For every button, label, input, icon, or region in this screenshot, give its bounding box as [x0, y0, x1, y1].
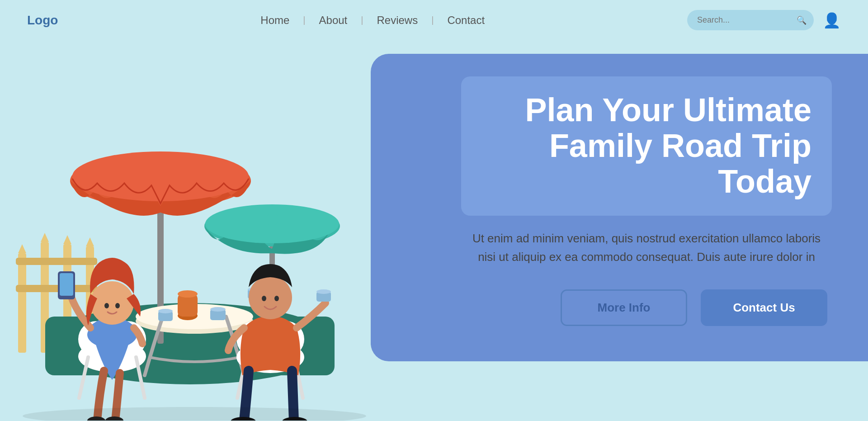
user-icon[interactable]: 👤	[823, 12, 841, 29]
nav-links: Home | About | Reviews | Contact	[247, 14, 498, 27]
svg-point-15	[152, 161, 169, 178]
contact-us-button[interactable]: Contact Us	[701, 289, 827, 326]
hero-buttons: More Info Contact Us	[461, 289, 832, 326]
svg-point-53	[274, 296, 279, 301]
hero-content: Plan Your Ultimate Family Road Trip Toda…	[461, 76, 832, 326]
svg-point-50	[316, 289, 331, 294]
svg-rect-43	[60, 273, 73, 296]
svg-point-19	[266, 213, 278, 226]
svg-point-46	[115, 303, 120, 308]
svg-point-45	[104, 303, 109, 308]
nav-reviews[interactable]: Reviews	[363, 14, 431, 27]
svg-rect-4	[16, 258, 97, 265]
svg-marker-6	[18, 244, 26, 253]
svg-point-44	[90, 281, 134, 325]
hero-section: Plan Your Ultimate Family Road Trip Toda…	[0, 40, 868, 421]
svg-marker-7	[41, 233, 49, 242]
hero-description: Ut enim ad minim veniam, quis nostrud ex…	[461, 229, 832, 267]
svg-point-52	[262, 296, 266, 301]
svg-rect-0	[18, 253, 26, 353]
svg-point-54	[23, 407, 366, 421]
search-wrapper: 🔍	[687, 10, 814, 30]
nav-contact[interactable]: Contact	[434, 14, 498, 27]
hero-illustration	[0, 81, 393, 421]
more-info-button[interactable]: More Info	[561, 289, 687, 326]
svg-point-51	[249, 276, 292, 319]
svg-marker-8	[63, 235, 71, 244]
svg-point-28	[210, 307, 226, 312]
search-icon: 🔍	[797, 15, 807, 25]
navbar: Logo Home | About | Reviews | Contact 🔍 …	[0, 0, 868, 40]
svg-point-24	[178, 290, 198, 298]
nav-right: 🔍 👤	[687, 10, 841, 30]
logo: Logo	[27, 13, 58, 28]
nav-about[interactable]: About	[306, 14, 361, 27]
svg-point-26	[158, 309, 173, 313]
hero-title: Plan Your Ultimate Family Road Trip Toda…	[481, 92, 811, 200]
hero-title-box: Plan Your Ultimate Family Road Trip Toda…	[461, 76, 832, 216]
svg-rect-5	[16, 285, 97, 292]
nav-home[interactable]: Home	[247, 14, 303, 27]
search-input[interactable]	[687, 10, 814, 30]
svg-marker-9	[86, 237, 94, 246]
